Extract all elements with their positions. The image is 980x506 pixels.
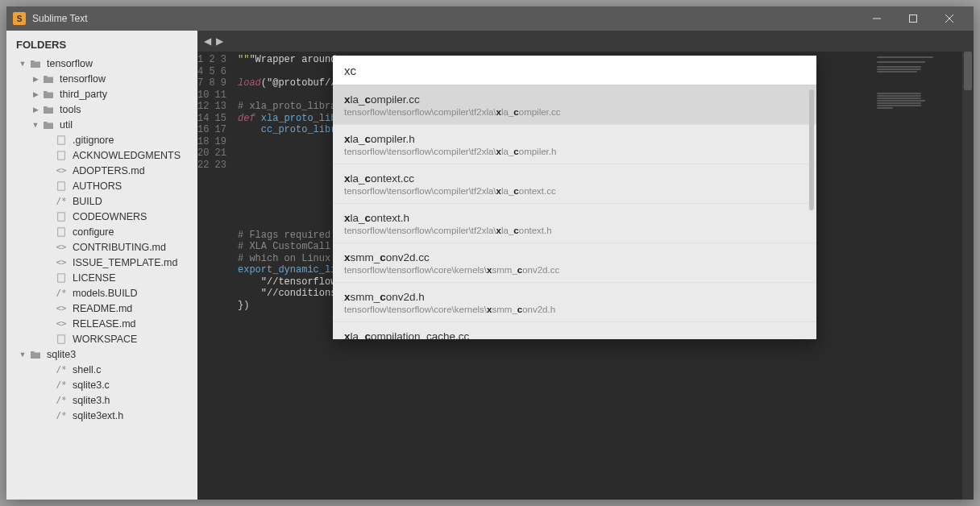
tree-item-label: CODEOWNERS bbox=[73, 211, 147, 222]
tree-item[interactable]: /*sqlite3ext.h bbox=[6, 408, 197, 423]
goto-result[interactable]: xla_context.cctensorflow\tensorflow\comp… bbox=[333, 164, 816, 203]
tree-item[interactable]: <>CONTRIBUTING.md bbox=[6, 239, 197, 255]
folder-icon bbox=[42, 104, 55, 115]
tree-item[interactable]: ▼util bbox=[6, 117, 197, 132]
tree-item-label: CONTRIBUTING.md bbox=[73, 242, 166, 253]
folder-open-icon bbox=[29, 58, 42, 69]
svg-rect-6 bbox=[58, 181, 65, 189]
tree-item-label: sqlite3ext.h bbox=[73, 410, 123, 421]
tree-item[interactable]: <>RELEASE.md bbox=[6, 316, 197, 331]
line-gutter: 1 2 3 4 5 6 7 8 9 10 11 12 13 14 15 16 1… bbox=[197, 52, 233, 500]
md-icon: <> bbox=[55, 257, 68, 268]
tree-item-label: sqlite3 bbox=[47, 349, 76, 360]
file-icon bbox=[55, 135, 68, 146]
tree-item[interactable]: ▶tools bbox=[6, 102, 197, 117]
svg-rect-8 bbox=[58, 227, 65, 235]
maximize-button[interactable] bbox=[895, 6, 931, 31]
tree-item[interactable]: WORKSPACE bbox=[6, 331, 197, 346]
tree-item[interactable]: ▶third_party bbox=[6, 86, 197, 102]
goto-results[interactable]: xla_compiler.cctensorflow\tensorflow\com… bbox=[333, 85, 816, 339]
svg-rect-1 bbox=[909, 15, 916, 23]
scrollbar-thumb[interactable] bbox=[964, 52, 972, 90]
goto-input[interactable] bbox=[333, 56, 816, 85]
goto-result-title: xla_compiler.h bbox=[344, 133, 805, 145]
tree-item-label: shell.c bbox=[73, 364, 101, 375]
editor-area: ◀ ▶ 1 2 3 4 5 6 7 8 9 10 11 12 13 14 15 … bbox=[197, 31, 974, 500]
file-icon bbox=[55, 226, 68, 238]
goto-result-path: tensorflow\tensorflow\compiler\tf2xla\xl… bbox=[344, 186, 805, 196]
nav-back-icon[interactable]: ◀ bbox=[202, 35, 213, 47]
disclosure-arrow-icon[interactable]: ▼ bbox=[31, 121, 40, 129]
goto-result-path: tensorflow\tensorflow\compiler\tf2xla\xl… bbox=[344, 226, 805, 235]
titlebar[interactable]: S Sublime Text bbox=[6, 6, 974, 31]
goto-result-title: xsmm_conv2d.cc bbox=[344, 251, 805, 263]
goto-result[interactable]: xla_context.htensorflow\tensorflow\compi… bbox=[333, 203, 816, 243]
tree-item[interactable]: ▶tensorflow bbox=[6, 71, 197, 86]
disclosure-arrow-icon[interactable]: ▼ bbox=[18, 350, 27, 359]
tree-item[interactable]: CODEOWNERS bbox=[6, 209, 197, 224]
code-editor[interactable]: 1 2 3 4 5 6 7 8 9 10 11 12 13 14 15 16 1… bbox=[197, 52, 974, 500]
disclosure-arrow-icon[interactable]: ▶ bbox=[31, 90, 40, 98]
tab-bar[interactable]: ◀ ▶ bbox=[197, 31, 974, 52]
tree-item[interactable]: /*BUILD bbox=[6, 193, 197, 209]
tree-item-label: README.md bbox=[73, 303, 132, 314]
tree-item[interactable]: /*shell.c bbox=[6, 362, 197, 377]
md-icon: <> bbox=[55, 242, 68, 253]
goto-result-path: tensorflow\tensorflow\core\kernels\xsmm_… bbox=[344, 265, 805, 275]
tree-item[interactable]: /*models.BUILD bbox=[6, 285, 197, 301]
tree-item-label: configure bbox=[73, 226, 114, 238]
sidebar[interactable]: FOLDERS ▼tensorflow▶tensorflow▶third_par… bbox=[6, 31, 197, 500]
disclosure-arrow-icon[interactable]: ▶ bbox=[31, 106, 40, 114]
folder-open-icon bbox=[29, 349, 42, 360]
tree-item-label: models.BUILD bbox=[73, 288, 138, 299]
goto-result-path: tensorflow\tensorflow\core\kernels\xsmm_… bbox=[344, 305, 805, 314]
editor-scrollbar[interactable] bbox=[962, 52, 974, 500]
tree-item[interactable]: AUTHORS bbox=[6, 178, 197, 193]
sidebar-header: FOLDERS bbox=[6, 31, 197, 56]
goto-anything-overlay: xla_compiler.cctensorflow\tensorflow\com… bbox=[333, 56, 816, 339]
folder-icon bbox=[42, 73, 55, 85]
tree-item[interactable]: .gitignore bbox=[6, 132, 197, 147]
goto-result-title: xla_compiler.cc bbox=[344, 93, 805, 106]
tree-item[interactable]: LICENSE bbox=[6, 270, 197, 285]
goto-scrollbar[interactable] bbox=[809, 89, 814, 210]
goto-result[interactable]: xsmm_conv2d.cctensorflow\tensorflow\core… bbox=[333, 243, 816, 282]
tree-item[interactable]: /*sqlite3.h bbox=[6, 392, 197, 408]
app-window: S Sublime Text FOLDERS ▼tensorflow▶tenso… bbox=[6, 6, 974, 500]
md-icon: <> bbox=[55, 303, 68, 314]
minimap[interactable] bbox=[869, 52, 974, 500]
nav-fwd-icon[interactable]: ▶ bbox=[214, 35, 225, 47]
close-button[interactable] bbox=[931, 6, 967, 31]
code-icon: /* bbox=[55, 380, 68, 391]
folder-icon bbox=[42, 119, 55, 131]
file-icon bbox=[55, 211, 68, 222]
tree-item[interactable]: ▼sqlite3 bbox=[6, 346, 197, 362]
goto-result[interactable]: xsmm_conv2d.htensorflow\tensorflow\core\… bbox=[333, 282, 816, 321]
tree-item[interactable]: <>ISSUE_TEMPLATE.md bbox=[6, 255, 197, 270]
disclosure-arrow-icon[interactable]: ▼ bbox=[18, 60, 27, 68]
app-title: Sublime Text bbox=[32, 13, 87, 24]
tree-item-label: LICENSE bbox=[73, 272, 116, 284]
md-icon: <> bbox=[55, 318, 68, 330]
code-icon: /* bbox=[55, 288, 68, 299]
tree-item-label: third_party bbox=[60, 89, 107, 100]
minimize-button[interactable] bbox=[858, 6, 895, 31]
goto-result[interactable]: xla_compilation_cache.cc bbox=[333, 321, 816, 339]
tree-item-label: BUILD bbox=[73, 196, 102, 207]
goto-result-title: xla_context.h bbox=[344, 212, 805, 224]
tree-item-label: ISSUE_TEMPLATE.md bbox=[73, 257, 177, 268]
tree-item[interactable]: /*sqlite3.c bbox=[6, 377, 197, 392]
disclosure-arrow-icon[interactable]: ▶ bbox=[31, 75, 40, 83]
tree-item[interactable]: ACKNOWLEDGMENTS bbox=[6, 147, 197, 163]
tree-item[interactable]: ▼tensorflow bbox=[6, 56, 197, 71]
goto-result[interactable]: xla_compiler.htensorflow\tensorflow\comp… bbox=[333, 124, 816, 164]
svg-rect-9 bbox=[58, 273, 65, 281]
goto-result-title: xla_compilation_cache.cc bbox=[344, 330, 805, 339]
file-icon bbox=[55, 150, 68, 161]
tree-item[interactable]: <>README.md bbox=[6, 301, 197, 316]
svg-rect-10 bbox=[58, 334, 65, 342]
tree-item[interactable]: configure bbox=[6, 224, 197, 239]
tree-item[interactable]: <>ADOPTERS.md bbox=[6, 163, 197, 178]
goto-result[interactable]: xla_compiler.cctensorflow\tensorflow\com… bbox=[333, 85, 816, 124]
svg-rect-7 bbox=[58, 212, 65, 220]
